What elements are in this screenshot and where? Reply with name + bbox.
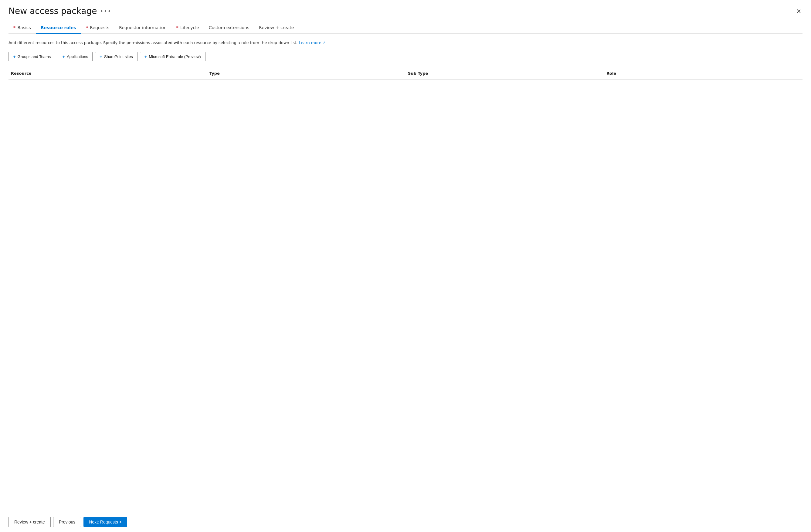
table-container: ResourceTypeSub TypeRole [9,67,802,512]
review-create-button[interactable]: Review + create [9,517,51,527]
applications-plus-icon: + [62,54,65,59]
close-icon[interactable]: ✕ [795,7,802,15]
table-header: ResourceTypeSub TypeRole [9,67,802,79]
microsoft-entra-role-button[interactable]: +Microsoft Entra role (Preview) [140,52,205,61]
sharepoint-sites-plus-icon: + [100,54,102,59]
table-body [9,79,802,201]
microsoft-entra-role-label: Microsoft Entra role (Preview) [149,54,201,59]
sharepoint-sites-button[interactable]: +SharePoint sites [95,52,137,61]
previous-button[interactable]: Previous [53,517,81,527]
page-title-area: New access package ••• [9,6,111,16]
applications-label: Applications [67,54,88,59]
sharepoint-sites-label: SharePoint sites [104,54,133,59]
tab-lifecycle[interactable]: * Lifecycle [171,22,204,34]
more-options-icon[interactable]: ••• [100,8,111,14]
table-header-resource: Resource [9,70,207,77]
action-buttons: +Groups and Teams+Applications+SharePoin… [9,52,802,61]
tab-resource-roles[interactable]: Resource roles [36,22,81,34]
tab-custom-extensions[interactable]: Custom extensions [204,22,254,34]
page-header: New access package ••• ✕ [9,6,802,16]
microsoft-entra-role-plus-icon: + [144,54,147,59]
tab-basics[interactable]: * Basics [9,22,36,34]
tabs-container: * BasicsResource roles* RequestsRequesto… [9,22,802,34]
footer-bar: Review + create Previous Next: Requests … [0,512,811,532]
groups-teams-plus-icon: + [13,54,16,59]
table-header-sub-type: Sub Type [406,70,604,77]
tab-requests[interactable]: * Requests [81,22,114,34]
table-header-type: Type [207,70,406,77]
groups-teams-label: Groups and Teams [18,54,51,59]
next-button[interactable]: Next: Requests > [83,517,127,527]
page-title: New access package [9,6,97,16]
groups-teams-button[interactable]: +Groups and Teams [9,52,55,61]
table-header-role: Role [604,70,802,77]
learn-more-link[interactable]: Learn more ↗ [299,41,325,45]
tab-requestor-information[interactable]: Requestor information [114,22,171,34]
description-text: Add different resources to this access p… [9,40,802,46]
applications-button[interactable]: +Applications [58,52,93,61]
tab-review-create[interactable]: Review + create [254,22,299,34]
